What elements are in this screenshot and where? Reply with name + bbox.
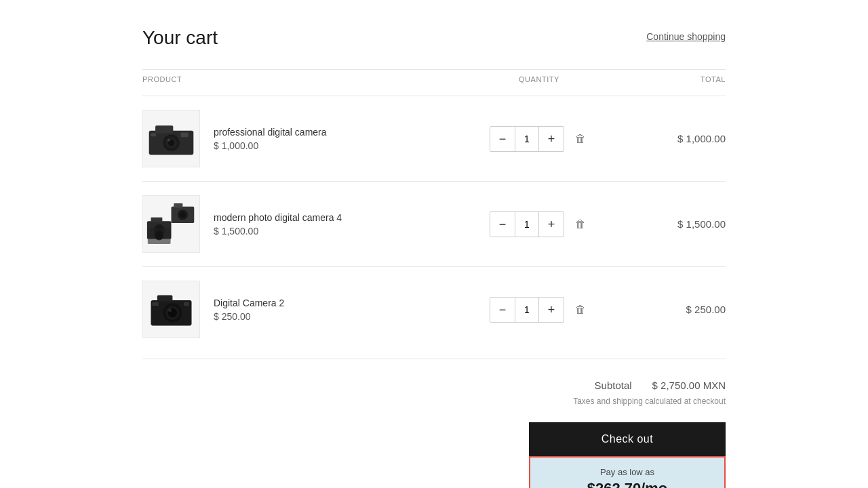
jifiti-box: Pay as low as $262.70/mo with Jifiti Che… xyxy=(529,456,726,488)
checkout-section: Check out Pay as low as $262.70/mo with … xyxy=(529,422,726,488)
qty-control-2: − + xyxy=(490,211,564,237)
subtotal-amount: $ 2,750.00 MXN xyxy=(652,380,726,391)
svg-point-5 xyxy=(167,139,170,142)
page-header: Your cart Continue shopping xyxy=(142,27,726,49)
svg-rect-15 xyxy=(174,203,182,208)
cart-summary: Subtotal $ 2,750.00 MXN Taxes and shippi… xyxy=(142,380,726,488)
qty-control-3: − + xyxy=(490,297,564,323)
svg-rect-24 xyxy=(152,302,158,306)
quantity-section-2: − + 🗑 xyxy=(454,211,624,237)
qty-input-1[interactable] xyxy=(515,127,539,151)
quantity-section-1: − + 🗑 xyxy=(454,126,624,152)
subtotal-row: Subtotal $ 2,750.00 MXN xyxy=(595,380,726,391)
svg-rect-19 xyxy=(157,295,173,301)
product-price-2: $ 1,500.00 xyxy=(214,226,342,237)
product-image-1 xyxy=(142,110,200,167)
checkout-button[interactable]: Check out xyxy=(529,422,726,456)
product-details-1: professional digital camera $ 1,000.00 xyxy=(214,127,327,151)
tax-note: Taxes and shipping calculated at checkou… xyxy=(573,396,726,406)
qty-control-1: − + xyxy=(490,126,564,152)
svg-rect-6 xyxy=(181,133,189,138)
product-image-3 xyxy=(142,281,200,338)
product-name-2: modern photo digital camera 4 xyxy=(214,212,342,223)
product-info-2: modern photo digital camera 4 $ 1,500.00 xyxy=(142,195,454,253)
qty-decrease-3[interactable]: − xyxy=(490,298,515,322)
page-title: Your cart xyxy=(142,27,218,49)
svg-rect-25 xyxy=(184,302,189,306)
product-image-2 xyxy=(142,195,200,253)
table-row: professional digital camera $ 1,000.00 −… xyxy=(142,96,726,181)
product-name-3: Digital Camera 2 xyxy=(214,298,284,308)
product-info-1: professional digital camera $ 1,000.00 xyxy=(142,110,454,167)
delete-item-1[interactable]: 🗑 xyxy=(572,130,589,148)
product-details-2: modern photo digital camera 4 $ 1,500.00 xyxy=(214,212,342,237)
continue-shopping-button[interactable]: Continue shopping xyxy=(646,31,726,42)
table-header: PRODUCT QUANTITY TOTAL xyxy=(142,69,726,89)
svg-rect-7 xyxy=(151,134,157,137)
qty-decrease-2[interactable]: − xyxy=(490,212,515,237)
item-total-1: $ 1,000.00 xyxy=(624,133,726,144)
product-price-3: $ 250.00 xyxy=(214,311,284,322)
svg-point-14 xyxy=(180,212,186,218)
svg-rect-11 xyxy=(151,218,163,223)
qty-increase-1[interactable]: + xyxy=(539,127,564,151)
cart-page: Your cart Continue shopping PRODUCT QUAN… xyxy=(129,0,739,488)
col-product-header: PRODUCT xyxy=(142,75,454,83)
jifiti-amount: $262.70/mo xyxy=(541,480,713,488)
product-price-1: $ 1,000.00 xyxy=(214,140,327,151)
product-info-3: Digital Camera 2 $ 250.00 xyxy=(142,281,454,338)
cart-divider xyxy=(142,359,726,359)
col-total-header: TOTAL xyxy=(624,75,726,83)
qty-input-2[interactable] xyxy=(515,212,539,237)
col-quantity-header: QUANTITY xyxy=(454,75,624,83)
delete-item-3[interactable]: 🗑 xyxy=(572,301,589,319)
table-row: Digital Camera 2 $ 250.00 − + 🗑 $ 250.00 xyxy=(142,266,726,352)
item-total-2: $ 1,500.00 xyxy=(624,218,726,230)
table-row: modern photo digital camera 4 $ 1,500.00… xyxy=(142,181,726,266)
svg-rect-1 xyxy=(155,125,173,133)
quantity-section-3: − + 🗑 xyxy=(454,297,624,323)
delete-item-2[interactable]: 🗑 xyxy=(572,216,589,233)
jifiti-pay-as-label: Pay as low as xyxy=(541,467,713,477)
product-details-3: Digital Camera 2 $ 250.00 xyxy=(214,298,284,322)
qty-increase-2[interactable]: + xyxy=(539,212,564,237)
qty-increase-3[interactable]: + xyxy=(539,298,564,322)
subtotal-label: Subtotal xyxy=(595,380,632,391)
product-name-1: professional digital camera xyxy=(214,127,327,138)
svg-point-17 xyxy=(155,231,163,240)
item-total-3: $ 250.00 xyxy=(624,304,726,315)
qty-decrease-1[interactable]: − xyxy=(490,127,515,151)
svg-point-23 xyxy=(168,309,172,312)
qty-input-3[interactable] xyxy=(515,298,539,322)
